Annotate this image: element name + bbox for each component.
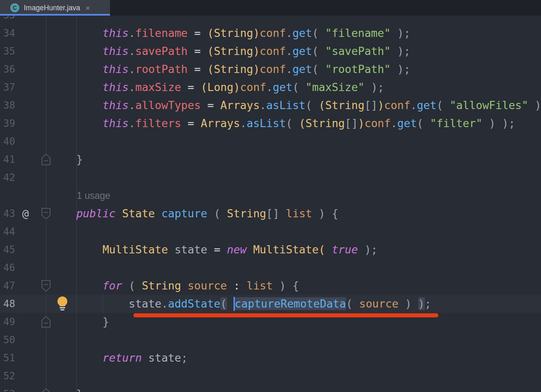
- code-line: 42: [0, 169, 541, 187]
- code-line: 39 this.filters = Arrays.asList( (String…: [0, 114, 541, 132]
- line-number: 49: [3, 313, 15, 331]
- line-number: 37: [3, 78, 15, 96]
- code-text[interactable]: state.addState( captureRemoteData( sourc…: [50, 295, 431, 313]
- inlay-hint-row: 1 usage: [0, 187, 541, 205]
- code-line: 40: [0, 132, 541, 150]
- line-number: 42: [3, 169, 15, 187]
- usage-hint[interactable]: 1 usage: [77, 187, 110, 205]
- code-line: 48 state.addState( captureRemoteData( so…: [0, 295, 541, 313]
- code-text[interactable]: for ( String source : list ) {: [50, 277, 299, 295]
- line-number: 50: [3, 331, 15, 349]
- code-line: 52: [0, 367, 541, 385]
- line-number: 45: [3, 241, 15, 259]
- code-line: 37 this.maxSize = (Long)conf.get( "maxSi…: [0, 78, 541, 96]
- editor-tab-bar: C ImageHunter.java ×: [0, 0, 541, 16]
- line-number: 40: [3, 132, 15, 150]
- code-line: 36 this.rootPath = (String)conf.get( "ro…: [0, 60, 541, 78]
- code-line: 34 this.filename = (String)conf.get( "fi…: [0, 24, 541, 42]
- line-number: 44: [3, 223, 15, 241]
- annotation-gutter-icon[interactable]: @: [22, 205, 29, 223]
- line-number: 38: [3, 96, 15, 114]
- code-text[interactable]: this.filename = (String)conf.get( "filen…: [50, 24, 410, 42]
- tab-imagehunter-java[interactable]: C ImageHunter.java ×: [0, 0, 110, 16]
- code-line: 33: [0, 16, 541, 24]
- line-number: 51: [3, 349, 15, 367]
- code-line: 53 }: [0, 385, 541, 392]
- line-number: 52: [3, 367, 15, 385]
- line-number: 41: [3, 150, 15, 169]
- code-line: 47 for ( String source : list ) {: [0, 277, 541, 295]
- line-number: 46: [3, 259, 15, 277]
- code-text[interactable]: this.maxSize = (Long)conf.get( "maxSize"…: [50, 78, 384, 96]
- code-text[interactable]: MultiState state = new MultiState( true …: [50, 241, 378, 259]
- code-line: 46: [0, 259, 541, 277]
- line-number: 48: [3, 295, 15, 313]
- code-line: 45 MultiState state = new MultiState( tr…: [0, 241, 541, 259]
- line-number: 35: [3, 42, 15, 60]
- code-line: 35 this.savePath = (String)conf.get( "sa…: [0, 42, 541, 60]
- code-text[interactable]: }: [50, 385, 83, 392]
- fold-marker-icon[interactable]: [41, 208, 50, 221]
- code-text[interactable]: this.rootPath = (String)conf.get( "rootP…: [50, 60, 410, 78]
- line-number: 43: [3, 205, 15, 223]
- code-text[interactable]: public State capture ( String[] list ) {: [50, 205, 338, 223]
- code-text[interactable]: this.filters = Arrays.asList( (String[])…: [50, 114, 515, 132]
- fold-region-line: [46, 16, 46, 392]
- line-number: 39: [3, 114, 15, 132]
- code-line: 50: [0, 331, 541, 349]
- code-text[interactable]: return state;: [50, 349, 188, 367]
- code-line: 43@ public State capture ( String[] list…: [0, 205, 541, 223]
- error-underline: [133, 313, 438, 317]
- code-line: 41 }: [0, 150, 541, 169]
- text-caret: [234, 297, 235, 311]
- code-text[interactable]: }: [50, 313, 109, 331]
- line-number: 36: [3, 60, 15, 78]
- code-text[interactable]: this.allowTypes = Arrays.asList( (String…: [50, 96, 541, 114]
- code-text[interactable]: }: [50, 150, 83, 169]
- line-number: 47: [3, 277, 15, 295]
- code-text[interactable]: this.savePath = (String)conf.get( "saveP…: [50, 42, 410, 60]
- intention-bulb-icon[interactable]: [57, 296, 68, 313]
- ide-window: 3334 this.filename = (String)conf.get( "…: [0, 0, 541, 392]
- code-rows: 3334 this.filename = (String)conf.get( "…: [0, 16, 541, 392]
- fold-marker-icon[interactable]: [41, 388, 50, 392]
- code-editor[interactable]: 3334 this.filename = (String)conf.get( "…: [0, 16, 541, 392]
- line-number: 34: [3, 24, 15, 42]
- code-line: 44: [0, 223, 541, 241]
- active-tab-underline: [0, 14, 110, 16]
- fold-marker-icon[interactable]: [41, 316, 50, 329]
- close-icon[interactable]: ×: [85, 4, 90, 12]
- java-class-icon: C: [10, 3, 19, 12]
- line-number: 33: [3, 16, 15, 24]
- fold-marker-icon[interactable]: [41, 280, 50, 293]
- line-number: 53: [3, 385, 15, 392]
- fold-marker-icon[interactable]: [41, 154, 50, 167]
- code-line: 51 return state;: [0, 349, 541, 367]
- tab-title: ImageHunter.java: [24, 4, 80, 12]
- code-line: 38 this.allowTypes = Arrays.asList( (Str…: [0, 96, 541, 114]
